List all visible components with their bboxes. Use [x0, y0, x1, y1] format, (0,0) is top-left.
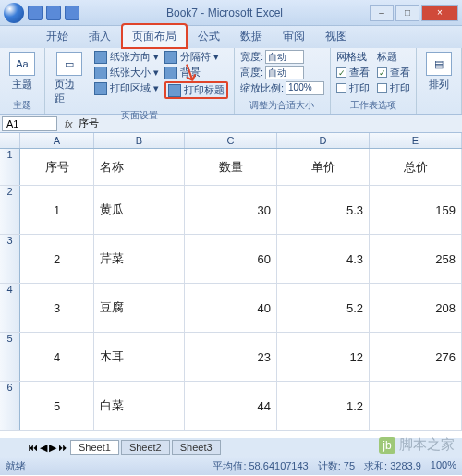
row-header[interactable]: 2 [0, 186, 20, 234]
status-zoom[interactable]: 100% [431, 459, 456, 473]
cell[interactable]: 5.2 [277, 284, 370, 332]
fx-icon[interactable]: fx [59, 118, 79, 129]
row-header[interactable]: 3 [0, 235, 20, 283]
header-cell[interactable]: 名称 [94, 149, 185, 185]
tab-home[interactable]: 开始 [37, 25, 78, 48]
sheet-nav-prev[interactable]: ◀ [40, 442, 47, 454]
tab-view[interactable]: 视图 [316, 25, 357, 48]
row-header[interactable]: 1 [0, 149, 20, 185]
ribbon: Aa 主题 主题 ▭ 页边距 纸张方向 ▾ 纸张大小 ▾ 打印区域 ▾ 分隔符 … [0, 48, 462, 115]
sheet-nav-first[interactable]: ⏮ [28, 442, 38, 453]
sheet-tab-2[interactable]: Sheet2 [121, 440, 170, 455]
cell[interactable]: 60 [185, 235, 277, 283]
sheet-tab-3[interactable]: Sheet3 [172, 440, 221, 455]
row-header[interactable]: 4 [0, 284, 20, 332]
header-cell[interactable]: 总价 [370, 149, 462, 185]
cell[interactable]: 159 [370, 186, 462, 234]
cell[interactable] [370, 382, 462, 430]
tab-insert[interactable]: 插入 [79, 25, 120, 48]
cell[interactable]: 5.3 [277, 186, 370, 234]
headings-view-checkbox[interactable]: ✓查看 [377, 66, 410, 79]
status-ready: 就绪 [6, 459, 26, 473]
sheet-tab-1[interactable]: Sheet1 [70, 440, 119, 455]
scale-input[interactable]: 100% [286, 81, 324, 95]
cell[interactable]: 44 [185, 382, 277, 430]
margins-button[interactable]: ▭ 页边距 [51, 50, 89, 107]
sheet-nav-last[interactable]: ⏭ [58, 442, 68, 453]
cell[interactable]: 2 [20, 235, 94, 283]
tab-review[interactable]: 审阅 [274, 25, 314, 48]
cell[interactable]: 1.2 [277, 382, 370, 430]
cell[interactable]: 208 [370, 284, 462, 332]
maximize-button[interactable]: □ [395, 5, 419, 21]
cell[interactable]: 4.3 [277, 235, 370, 283]
themes-button[interactable]: Aa 主题 [6, 50, 39, 93]
titlebar: Book7 - Microsoft Excel – □ × [0, 0, 462, 26]
row-header[interactable]: 6 [0, 382, 20, 430]
header-cell[interactable]: 单价 [277, 149, 370, 185]
header-cell[interactable]: 序号 [20, 149, 94, 185]
header-cell[interactable]: 数量 [185, 149, 277, 185]
cell[interactable]: 芹菜 [94, 235, 185, 283]
orientation-button[interactable]: 纸张方向 ▾ [94, 50, 159, 64]
row-header[interactable]: 5 [0, 333, 20, 381]
table-row: 43豆腐405.2208 [0, 284, 462, 333]
cell[interactable]: 3 [20, 284, 94, 332]
cell[interactable]: 4 [20, 333, 94, 381]
height-select[interactable]: 自动 [265, 66, 304, 79]
table-header-row: 1序号名称数量单价总价 [0, 149, 462, 186]
tab-formulas[interactable]: 公式 [188, 25, 229, 48]
breaks-button[interactable]: 分隔符 ▾ [164, 50, 228, 64]
height-row: 高度:自动 [240, 66, 324, 79]
group-themes: Aa 主题 主题 [0, 48, 45, 114]
cell[interactable]: 5 [20, 382, 94, 430]
gridlines-print-checkbox[interactable]: 打印 [336, 81, 370, 95]
group-scale: 宽度:自动 高度:自动 缩放比例:100% 调整为合适大小 [235, 48, 331, 114]
print-titles-button[interactable]: 打印标题 [164, 81, 228, 99]
width-select[interactable]: 自动 [265, 50, 304, 64]
formula-input[interactable]: 序号 [79, 116, 99, 130]
size-button[interactable]: 纸张大小 ▾ [94, 66, 159, 79]
cell[interactable]: 30 [185, 186, 277, 234]
col-header-b[interactable]: B [94, 133, 185, 148]
select-all-corner[interactable] [0, 133, 20, 148]
arrange-label: 排列 [429, 78, 449, 92]
cell[interactable]: 豆腐 [94, 284, 185, 332]
group-sheet-options-label: 工作表选项 [336, 99, 410, 112]
background-button[interactable]: 背景 [164, 66, 228, 79]
save-icon[interactable] [28, 6, 43, 20]
cell[interactable]: 木耳 [94, 333, 185, 381]
redo-icon[interactable] [65, 6, 79, 20]
table-row: 21黄瓜305.3159 [0, 186, 462, 235]
office-button[interactable] [4, 3, 24, 23]
close-button[interactable]: × [421, 5, 458, 21]
print-area-button[interactable]: 打印区域 ▾ [94, 81, 159, 95]
undo-icon[interactable] [46, 6, 61, 20]
tab-page-layout[interactable]: 页面布局 [122, 24, 187, 48]
watermark-icon: jb [379, 437, 395, 454]
col-header-e[interactable]: E [370, 133, 462, 148]
table-row: 54木耳2312276 [0, 333, 462, 382]
group-page-setup: ▭ 页边距 纸张方向 ▾ 纸张大小 ▾ 打印区域 ▾ 分隔符 ▾ 背景 打印标题… [45, 48, 235, 114]
cell[interactable]: 276 [370, 333, 462, 381]
col-header-c[interactable]: C [185, 133, 277, 148]
sheet-nav-next[interactable]: ▶ [49, 442, 56, 454]
name-box[interactable]: A1 [2, 116, 57, 131]
tab-data[interactable]: 数据 [231, 25, 272, 48]
minimize-button[interactable]: – [370, 5, 394, 21]
cell[interactable]: 黄瓜 [94, 186, 185, 234]
col-header-a[interactable]: A [20, 133, 94, 148]
cell[interactable]: 258 [370, 235, 462, 283]
arrange-button[interactable]: ▤ 排列 [422, 50, 456, 93]
col-header-d[interactable]: D [277, 133, 370, 148]
cell[interactable]: 40 [185, 284, 277, 332]
gridlines-view-checkbox[interactable]: ✓查看 [336, 66, 370, 79]
check-icon: ✓ [336, 67, 346, 78]
cell[interactable]: 1 [20, 186, 94, 234]
cell[interactable]: 12 [277, 333, 370, 381]
spreadsheet-grid: A B C D E 1序号名称数量单价总价21黄瓜305.315932芹菜604… [0, 133, 462, 438]
cell[interactable]: 23 [185, 333, 277, 381]
cell[interactable]: 白菜 [94, 382, 185, 430]
arrange-icon: ▤ [426, 52, 452, 76]
headings-print-checkbox[interactable]: 打印 [377, 81, 410, 95]
